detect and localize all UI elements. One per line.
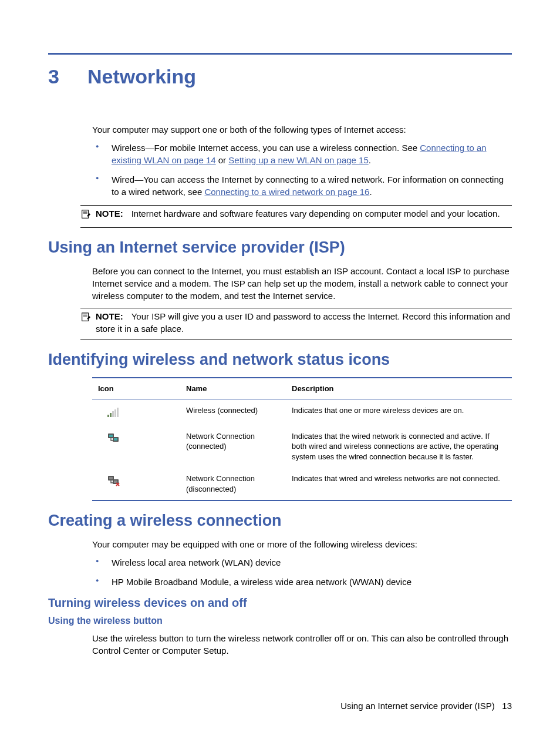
svg-rect-6	[117, 408, 119, 417]
note-text: Internet hardware and software features …	[131, 209, 500, 219]
note-label: NOTE:	[96, 311, 123, 321]
svg-rect-4	[112, 411, 114, 417]
svg-rect-12	[109, 477, 113, 479]
creating-heading: Creating a wireless connection	[48, 512, 512, 530]
svg-rect-10	[114, 438, 117, 441]
access-type-list: Wireless—For mobile Internet access, you…	[92, 142, 512, 198]
note-label: NOTE:	[96, 209, 123, 219]
note-box: NOTE:Internet hardware and software feat…	[80, 205, 512, 228]
note-box: NOTE:Your ISP will give you a user ID an…	[80, 308, 512, 340]
table-row: Network Connection (connected) Indicates…	[92, 425, 512, 468]
svg-rect-14	[114, 480, 117, 483]
chapter-title: 3 Networking	[48, 65, 512, 88]
svg-rect-3	[110, 413, 112, 417]
network-disconnected-icon	[92, 473, 186, 488]
th-icon: Icon	[92, 384, 186, 393]
chapter-number: 3	[48, 65, 59, 88]
isp-heading: Using an Internet service provider (ISP)	[48, 238, 512, 257]
list-item: Wired—You can access the Internet by con…	[92, 173, 512, 198]
isp-body: Before you can connect to the Internet, …	[92, 265, 512, 302]
note-icon	[80, 208, 96, 223]
page-footer: Using an Internet service provider (ISP)…	[340, 701, 512, 711]
svg-rect-2	[107, 415, 109, 417]
list-item: Wireless—For mobile Internet access, you…	[92, 142, 512, 166]
page-number: 13	[502, 701, 512, 711]
wireless-devices-list: Wireless local area network (WLAN) devic…	[92, 556, 512, 588]
wireless-button-body: Use the wireless button to turn the wire…	[92, 632, 512, 657]
note-icon	[80, 311, 96, 335]
chapter-name: Networking	[87, 65, 196, 88]
creating-intro: Your computer may be equipped with one o…	[92, 538, 512, 550]
th-name: Name	[186, 384, 292, 393]
note-text: Your ISP will give you a user ID and pas…	[96, 311, 510, 333]
turning-heading: Turning wireless devices on and off	[48, 596, 512, 610]
table-header-row: Icon Name Description	[92, 378, 512, 399]
table-row: Wireless (connected) Indicates that one …	[92, 399, 512, 425]
wireless-button-heading: Using the wireless button	[48, 616, 512, 626]
table-row: Network Connection (disconnected) Indica…	[92, 468, 512, 500]
list-item: Wireless local area network (WLAN) devic…	[92, 556, 512, 569]
network-connected-icon	[92, 431, 186, 445]
footer-text: Using an Internet service provider (ISP)	[340, 701, 495, 711]
top-rule	[48, 53, 512, 55]
svg-rect-5	[114, 409, 116, 417]
th-desc: Description	[292, 384, 512, 393]
status-icons-table: Icon Name Description Wireless (connecte…	[92, 377, 512, 502]
link-wired-network[interactable]: Connecting to a wired network on page 16	[204, 187, 369, 197]
list-item: HP Mobile Broadband Module, a wireless w…	[92, 576, 512, 588]
svg-rect-8	[109, 435, 113, 437]
intro-text: Your computer may support one or both of…	[92, 123, 512, 136]
link-setup-wlan[interactable]: Setting up a new WLAN on page 15	[228, 155, 369, 165]
wireless-connected-icon	[92, 405, 186, 419]
icons-heading: Identifying wireless and network status …	[48, 351, 512, 369]
